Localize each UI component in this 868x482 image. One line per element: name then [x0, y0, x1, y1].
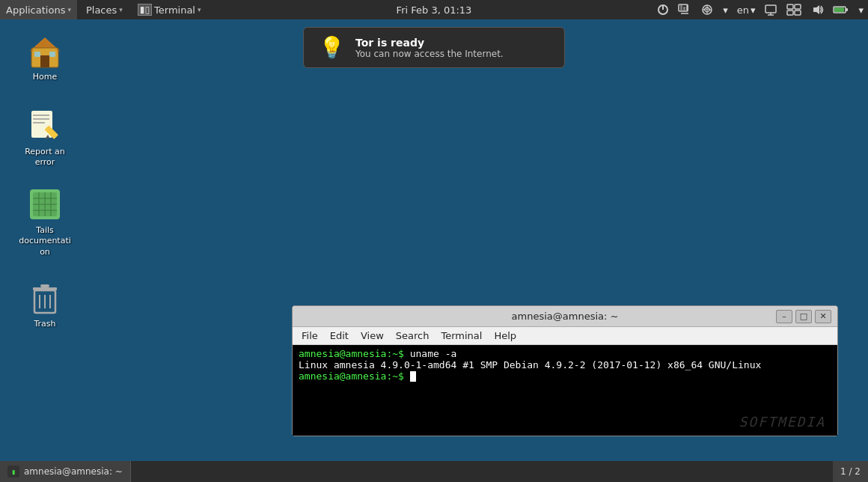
tor-notification: 💡 Tor is ready You can now access the In… [303, 27, 565, 68]
workspace-icon[interactable] [782, 0, 806, 19]
svg-rect-20 [846, 8, 848, 11]
taskbar-app-label: amnesia@amnesia: ~ [24, 466, 123, 477]
path-1: :~$ [386, 348, 403, 359]
cmd-cursor [404, 370, 410, 382]
places-menu[interactable]: Places ▾ [80, 0, 129, 19]
places-label: Places [86, 4, 117, 16]
close-button[interactable]: ✕ [815, 310, 831, 323]
terminal-window: amnesia@amnesia: ~ – □ ✕ File Edit View … [292, 305, 838, 436]
display-icon[interactable] [673, 0, 696, 19]
terminal-arrow: ▾ [198, 6, 201, 13]
applications-arrow: ▾ [67, 6, 71, 13]
datetime-display: Fri Feb 3, 01:13 [397, 4, 472, 16]
terminal-controls: – □ ✕ [776, 310, 831, 323]
menu-search[interactable]: Search [390, 327, 435, 345]
svg-rect-15 [787, 10, 793, 15]
tor-notification-title: Tor is ready [355, 37, 504, 49]
menu-help[interactable]: Help [488, 327, 522, 345]
watermark: SOFTMEDIA [739, 414, 825, 430]
power-icon[interactable] [652, 0, 673, 19]
battery-arrow: ▾ [858, 4, 864, 16]
svg-rect-27 [49, 52, 55, 57]
terminal-line-2: Linux amnesia 4.9.0-1-amd64 #1 SMP Debia… [299, 359, 831, 370]
maximize-button[interactable]: □ [795, 310, 812, 323]
desktop-icon-tails-docs[interactable]: Tails documentati on [15, 183, 75, 260]
svg-rect-16 [795, 10, 801, 15]
home-icon [27, 33, 63, 69]
output-1: Linux amnesia 4.9.0-1-amd64 #1 SMP Debia… [299, 359, 761, 370]
taskbar-pager[interactable]: 1 / 2 [833, 461, 868, 482]
taskbar: ▮ amnesia@amnesia: ~ 1 / 2 [0, 461, 868, 482]
prompt-2: amnesia@amnesia [299, 370, 386, 382]
language-arrow: ▾ [751, 4, 756, 16]
terminal-label: Terminal [154, 4, 195, 16]
cursor [410, 371, 416, 382]
terminal-window-title: amnesia@amnesia: ~ [512, 311, 619, 322]
svg-rect-5 [686, 5, 688, 10]
menu-file[interactable]: File [296, 327, 324, 345]
svg-rect-19 [834, 7, 844, 12]
svg-rect-14 [795, 4, 801, 9]
terminal-menubar: File Edit View Search Terminal Help [293, 327, 837, 345]
trash-icon [27, 280, 63, 316]
tor-notification-body: You can now access the Internet. [355, 49, 504, 59]
taskbar-terminal-icon: ▮ [7, 466, 19, 478]
tails-docs-icon [27, 186, 63, 222]
terminal-titlebar: amnesia@amnesia: ~ – □ ✕ [293, 306, 837, 327]
desktop-icon-report[interactable]: Report an error [15, 105, 75, 171]
svg-rect-3 [680, 5, 682, 10]
svg-rect-25 [40, 55, 49, 67]
desktop-icon-home[interactable]: Home [15, 30, 75, 85]
trash-label: Trash [34, 319, 55, 329]
terminal-body[interactable]: amnesia@amnesia:~$ uname -a Linux amnesi… [293, 345, 837, 436]
path-2: :~$ [386, 370, 403, 382]
battery-dropdown[interactable]: ▾ [854, 0, 868, 19]
svg-rect-26 [34, 52, 40, 57]
top-panel-right: ▾ en ▾ [652, 0, 868, 19]
tor-notification-icon: 💡 [319, 35, 345, 60]
home-label: Home [33, 72, 57, 82]
report-icon [27, 108, 63, 144]
terminal-line-1: amnesia@amnesia:~$ uname -a [299, 348, 831, 359]
terminal-line-3: amnesia@amnesia:~$ [299, 370, 831, 382]
terminal-menu[interactable]: ▮▯ Terminal ▾ [132, 0, 207, 19]
network-icon[interactable] [696, 0, 718, 19]
screen-icon[interactable] [760, 0, 782, 19]
prompt-1: amnesia@amnesia [299, 348, 386, 359]
svg-rect-10 [765, 5, 776, 13]
language-selector[interactable]: en ▾ [733, 0, 760, 19]
tails-docs-label: Tails documentati on [18, 225, 72, 257]
minimize-button[interactable]: – [776, 310, 792, 323]
volume-icon[interactable] [806, 0, 828, 19]
top-panel-left: Applications ▾ Places ▾ ▮▯ Terminal ▾ [0, 0, 207, 19]
network-arrow: ▾ [723, 4, 728, 16]
cmd-1: uname -a [404, 348, 456, 359]
places-arrow: ▾ [119, 6, 123, 13]
top-panel: Applications ▾ Places ▾ ▮▯ Terminal ▾ Fr… [0, 0, 868, 19]
svg-rect-4 [683, 7, 685, 10]
taskbar-terminal-app[interactable]: ▮ amnesia@amnesia: ~ [0, 461, 131, 482]
menu-terminal[interactable]: Terminal [435, 327, 488, 345]
svg-marker-17 [813, 5, 819, 14]
svg-rect-13 [787, 4, 793, 9]
report-label: Report an error [18, 147, 72, 168]
svg-rect-46 [33, 287, 57, 290]
applications-menu[interactable]: Applications ▾ [0, 0, 77, 19]
svg-rect-47 [40, 284, 49, 287]
battery-icon[interactable] [828, 0, 854, 19]
network-dropdown[interactable]: ▾ [718, 0, 733, 19]
language-label: en [737, 4, 749, 16]
menu-edit[interactable]: Edit [324, 327, 355, 345]
desktop-icon-trash[interactable]: Trash [15, 277, 75, 332]
terminal-icon: ▮▯ [138, 4, 152, 16]
tor-notification-text: Tor is ready You can now access the Inte… [355, 37, 504, 59]
applications-label: Applications [6, 4, 65, 16]
taskbar-left: ▮ amnesia@amnesia: ~ [0, 461, 131, 482]
menu-view[interactable]: View [355, 327, 390, 345]
